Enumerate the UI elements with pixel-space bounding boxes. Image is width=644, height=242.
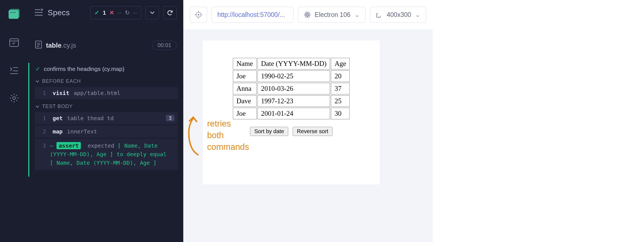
spec-file-ext: .cy.js bbox=[61, 42, 76, 49]
restart-button[interactable] bbox=[163, 6, 177, 19]
selector-playground-button[interactable] bbox=[190, 7, 207, 23]
reporter-panel: Specs ✓ 1 ✕ -- ↻ -- table.cy.js 00:01 bbox=[28, 0, 183, 242]
spec-file-row[interactable]: table.cy.js 00:01 bbox=[28, 36, 183, 55]
svg-point-18 bbox=[198, 14, 199, 15]
table-row: Anna2010-03-2637 bbox=[233, 83, 350, 94]
svg-point-23 bbox=[307, 14, 308, 15]
pending-count: -- bbox=[133, 9, 137, 16]
aut-topbar: http://localhost:57000/... Electron 106 … bbox=[183, 0, 433, 29]
spec-file-name: table bbox=[46, 42, 61, 49]
ruler-icon bbox=[376, 11, 383, 18]
test-title-row[interactable]: ✓ confirms the headings (cy.map) bbox=[29, 63, 183, 75]
runs-icon[interactable] bbox=[9, 65, 20, 76]
preview-panel: http://localhost:57000/... Electron 106 … bbox=[183, 0, 433, 242]
log-visit[interactable]: 1 visit app/table.html bbox=[35, 87, 178, 99]
sort-by-date-button[interactable]: Sort by date bbox=[250, 127, 288, 136]
check-icon: ✓ bbox=[35, 66, 40, 72]
sidebar bbox=[0, 0, 28, 242]
table-header: Name bbox=[233, 58, 257, 69]
x-icon: ✕ bbox=[109, 9, 114, 16]
aut-iframe: NameDate (YYYY-MM-DD)Age Joe1990-02-2520… bbox=[203, 40, 380, 184]
data-table: NameDate (YYYY-MM-DD)Age Joe1990-02-2520… bbox=[232, 57, 351, 120]
electron-icon bbox=[304, 11, 311, 18]
log-assert[interactable]: 3 — assert expected [ Name, Date (YYYY-M… bbox=[35, 139, 178, 170]
element-count-badge: 3 bbox=[166, 115, 174, 121]
specs-menu-icon[interactable] bbox=[35, 9, 43, 17]
check-icon: ✓ bbox=[94, 9, 99, 16]
spec-explorer-icon[interactable] bbox=[9, 37, 20, 48]
url-bar[interactable]: http://localhost:57000/... bbox=[212, 7, 293, 23]
svg-point-4 bbox=[14, 12, 16, 13]
aut-url: http://localhost:57000/... bbox=[217, 11, 285, 19]
before-each-header[interactable]: BEFORE EACH bbox=[29, 75, 183, 86]
table-header: Age bbox=[331, 58, 350, 69]
elapsed-time: 00:01 bbox=[152, 41, 177, 50]
passed-count: 1 bbox=[103, 9, 106, 16]
svg-rect-1 bbox=[9, 10, 19, 19]
chevron-down-icon: ⌄ bbox=[354, 11, 360, 19]
table-row: Joe1990-02-2520 bbox=[233, 70, 350, 82]
table-row: Joe2001-01-2430 bbox=[233, 108, 350, 119]
svg-point-9 bbox=[13, 97, 16, 99]
browser-selector[interactable]: Electron 106 ⌄ bbox=[298, 7, 365, 23]
svg-point-3 bbox=[12, 12, 14, 13]
table-header: Date (YYYY-MM-DD) bbox=[257, 58, 330, 69]
settings-gear-icon[interactable] bbox=[9, 92, 20, 104]
pending-icon: ↻ bbox=[125, 9, 130, 16]
failed-count: -- bbox=[118, 9, 122, 16]
specs-title: Specs bbox=[48, 8, 86, 17]
next-button[interactable] bbox=[146, 6, 159, 19]
cypress-logo-icon bbox=[7, 9, 21, 20]
chevron-down-icon: ⌄ bbox=[415, 11, 420, 19]
log-get[interactable]: 1 get table thead td 3 bbox=[35, 112, 178, 124]
log-map[interactable]: 2 map innerText bbox=[35, 125, 178, 138]
svg-rect-5 bbox=[10, 39, 19, 47]
test-title: confirms the headings (cy.map) bbox=[44, 66, 124, 72]
svg-point-2 bbox=[11, 12, 12, 13]
file-icon bbox=[35, 40, 42, 50]
table-row: Dave1997-12-2325 bbox=[233, 95, 350, 107]
viewport-selector[interactable]: 400x300 ⌄ bbox=[370, 7, 426, 23]
test-stats: ✓ 1 ✕ -- ↻ -- bbox=[90, 6, 141, 19]
test-body-header[interactable]: TEST BODY bbox=[29, 100, 183, 111]
reverse-sort-button[interactable]: Reverse sort bbox=[293, 127, 332, 136]
test-block: ✓ confirms the headings (cy.map) BEFORE … bbox=[28, 63, 183, 177]
